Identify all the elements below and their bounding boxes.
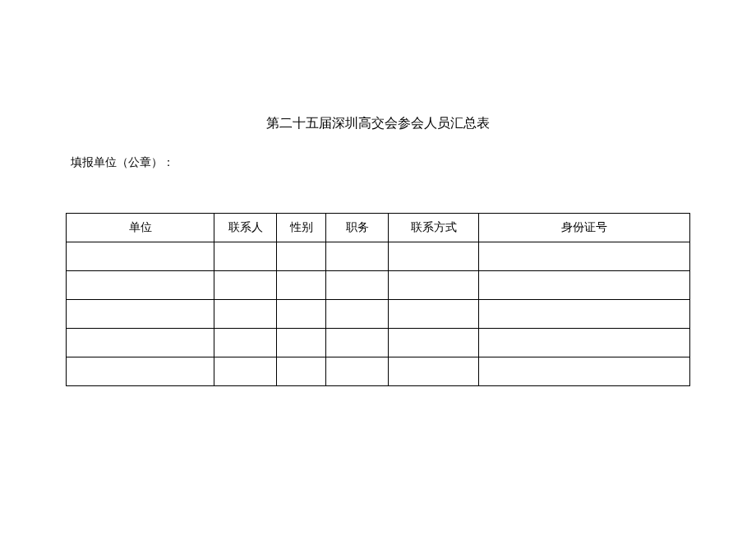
cell-gender — [277, 329, 326, 357]
cell-unit — [67, 329, 214, 357]
table-header-row: 单位 联系人 性别 职务 联系方式 身份证号 — [67, 214, 690, 242]
header-position: 职务 — [326, 214, 389, 242]
cell-position — [326, 357, 389, 386]
cell-phone — [389, 329, 479, 357]
cell-phone — [389, 300, 479, 329]
table-row — [67, 300, 690, 329]
cell-unit — [67, 242, 214, 271]
cell-position — [326, 242, 389, 271]
cell-contact — [214, 271, 277, 300]
header-gender: 性别 — [277, 214, 326, 242]
reporting-unit-label: 填报单位（公章）： — [66, 155, 690, 170]
cell-id — [479, 300, 690, 329]
table-row — [67, 271, 690, 300]
cell-contact — [214, 329, 277, 357]
table-row — [67, 357, 690, 386]
cell-contact — [214, 242, 277, 271]
cell-id — [479, 271, 690, 300]
attendee-table: 单位 联系人 性别 职务 联系方式 身份证号 — [66, 213, 690, 386]
cell-unit — [67, 271, 214, 300]
cell-contact — [214, 357, 277, 386]
document-page: 第二十五届深圳高交会参会人员汇总表 填报单位（公章）： 单位 联系人 性别 职务… — [0, 0, 756, 386]
table-row — [67, 242, 690, 271]
cell-contact — [214, 300, 277, 329]
cell-unit — [67, 357, 214, 386]
cell-gender — [277, 300, 326, 329]
cell-position — [326, 300, 389, 329]
cell-phone — [389, 242, 479, 271]
cell-id — [479, 242, 690, 271]
header-id: 身份证号 — [479, 214, 690, 242]
header-unit: 单位 — [67, 214, 214, 242]
cell-gender — [277, 271, 326, 300]
cell-position — [326, 271, 389, 300]
cell-phone — [389, 357, 479, 386]
cell-unit — [67, 300, 214, 329]
cell-gender — [277, 357, 326, 386]
table-row — [67, 329, 690, 357]
cell-position — [326, 329, 389, 357]
cell-id — [479, 329, 690, 357]
header-phone: 联系方式 — [389, 214, 479, 242]
cell-gender — [277, 242, 326, 271]
cell-id — [479, 357, 690, 386]
header-contact: 联系人 — [214, 214, 277, 242]
document-title: 第二十五届深圳高交会参会人员汇总表 — [66, 115, 690, 132]
cell-phone — [389, 271, 479, 300]
